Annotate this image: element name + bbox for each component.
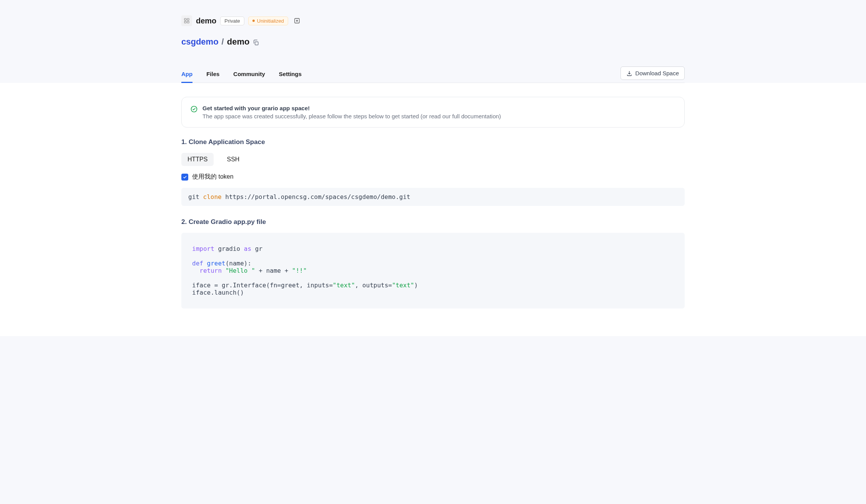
- tabs-row: App Files Community Settings Download Sp…: [181, 66, 685, 83]
- code-hello: "Hello ": [222, 267, 255, 274]
- code-text2: "text": [392, 282, 414, 289]
- code-as: as: [244, 245, 251, 252]
- code-launch: iface.launch(): [192, 289, 244, 296]
- subtab-https[interactable]: HTTPS: [181, 153, 214, 166]
- svg-rect-0: [184, 18, 186, 20]
- breadcrumb-org[interactable]: csgdemo: [181, 37, 219, 47]
- code-clone: clone: [203, 193, 222, 201]
- tabs: App Files Community Settings: [181, 66, 302, 83]
- download-space-button[interactable]: Download Space: [620, 66, 685, 80]
- copy-icon[interactable]: [252, 38, 259, 45]
- code-import: import: [192, 245, 214, 252]
- code-plusname: + name +: [255, 267, 292, 274]
- status-dot-icon: [252, 20, 255, 22]
- code-def: def: [192, 260, 203, 267]
- breadcrumb-separator: /: [222, 37, 224, 47]
- status-label: Uninitialized: [257, 18, 284, 24]
- callout-title: Get started with your grario app space!: [202, 105, 501, 111]
- code-outputs: , outputs=: [355, 282, 392, 289]
- code-gradio: gradio: [214, 245, 244, 252]
- code-iface: iface = gr.Interface(fn=greet, inputs=: [192, 282, 333, 289]
- check-icon: [182, 175, 187, 179]
- code-bangs: "!!": [292, 267, 307, 274]
- tab-files[interactable]: Files: [206, 66, 219, 83]
- code-text1: "text": [333, 282, 355, 289]
- clone-code-block[interactable]: git clone https://portal.opencsg.com/spa…: [181, 188, 685, 206]
- badge-private: Private: [220, 17, 244, 25]
- badge-status: Uninitialized: [248, 17, 288, 25]
- download-label: Download Space: [635, 70, 679, 76]
- code-git: git: [188, 193, 203, 201]
- section-clone-heading: 1. Clone Application Space: [181, 138, 685, 146]
- code-params: (name):: [226, 260, 251, 267]
- space-icon: [181, 15, 192, 26]
- breadcrumb: csgdemo / demo: [181, 37, 685, 47]
- callout-text: The app space was created successfully, …: [202, 113, 501, 119]
- tab-app[interactable]: App: [181, 66, 192, 83]
- download-icon: [626, 70, 632, 76]
- app-py-code-block[interactable]: import gradio as gr def greet(name): ret…: [181, 233, 685, 308]
- use-token-label: 使用我的 token: [192, 173, 234, 181]
- check-circle-icon: [190, 105, 198, 113]
- code-close: ): [414, 282, 418, 289]
- space-title: demo: [196, 17, 216, 25]
- code-gr: gr: [251, 245, 262, 252]
- svg-rect-4: [295, 18, 299, 23]
- tab-settings[interactable]: Settings: [279, 66, 302, 83]
- use-token-checkbox[interactable]: [181, 174, 188, 181]
- clone-subtabs: HTTPS SSH: [181, 153, 685, 166]
- code-greet: greet: [203, 260, 226, 267]
- use-token-row: 使用我的 token: [181, 173, 685, 181]
- svg-rect-6: [255, 42, 258, 45]
- code-url: https://portal.opencsg.com/spaces/csgdem…: [222, 193, 410, 201]
- code-return: return: [199, 267, 222, 274]
- settings-icon[interactable]: [294, 17, 300, 24]
- tab-community[interactable]: Community: [233, 66, 265, 83]
- svg-point-5: [296, 20, 297, 22]
- subtab-ssh[interactable]: SSH: [221, 153, 246, 166]
- svg-rect-1: [187, 18, 189, 20]
- section-create-heading: 2. Create Gradio app.py file: [181, 218, 685, 226]
- svg-rect-3: [187, 21, 189, 23]
- header-row: demo Private Uninitialized: [181, 15, 685, 26]
- get-started-callout: Get started with your grario app space! …: [181, 97, 685, 128]
- breadcrumb-name: demo: [227, 37, 250, 47]
- svg-rect-2: [184, 21, 186, 23]
